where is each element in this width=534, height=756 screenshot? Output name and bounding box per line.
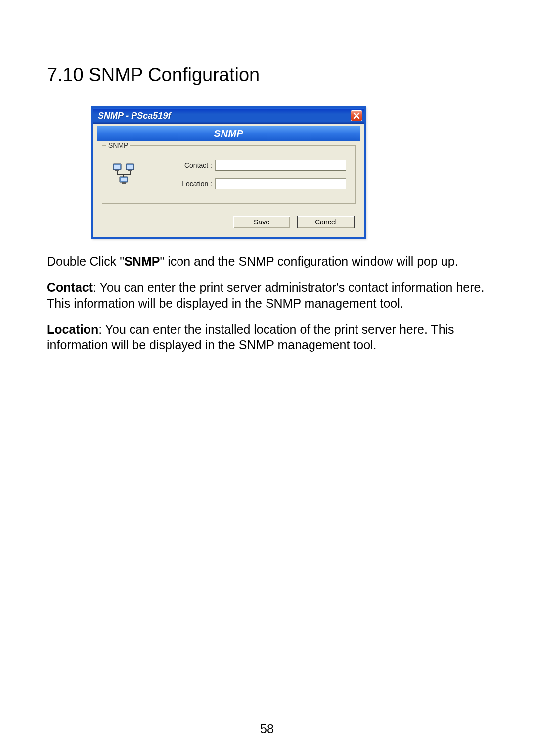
section-heading: 7.10 SNMP Configuration (47, 64, 487, 86)
snmp-groupbox: SNMP (102, 145, 356, 204)
svg-rect-4 (127, 165, 133, 169)
location-label: Location : (147, 180, 212, 188)
snmp-dialog: SNMP - PSca519f SNMP SNMP (91, 106, 366, 239)
svg-rect-2 (115, 170, 119, 171)
page-number: 58 (0, 722, 534, 736)
banner-label: SNMP (214, 128, 244, 139)
svg-rect-7 (121, 178, 127, 181)
p3-rest: : You can enter the installed location o… (47, 322, 454, 352)
svg-rect-8 (122, 182, 126, 184)
tab-banner: SNMP (97, 126, 360, 141)
p2-rest: : You can enter the print server adminis… (47, 280, 484, 310)
p3-bold: Location (47, 322, 98, 336)
contact-row: Contact : (147, 160, 346, 171)
p1-post: " icon and the SNMP configuration window… (160, 254, 458, 268)
location-row: Location : (147, 178, 346, 189)
paragraph-contact: Contact: You can enter the print server … (47, 280, 487, 311)
paragraph-location: Location: You can enter the installed lo… (47, 322, 487, 353)
close-icon (353, 112, 360, 119)
network-icon (111, 163, 136, 186)
contact-input[interactable] (215, 160, 346, 171)
window-title: SNMP - PSca519f (98, 111, 171, 121)
svg-rect-5 (128, 170, 132, 171)
location-input[interactable] (215, 178, 346, 189)
close-button[interactable] (351, 110, 362, 121)
paragraph-intro: Double Click "SNMP" icon and the SNMP co… (47, 254, 487, 269)
p1-bold: SNMP (124, 254, 160, 268)
button-row: Save Cancel (93, 211, 364, 237)
p2-bold: Contact (47, 280, 93, 294)
contact-label: Contact : (147, 161, 212, 169)
titlebar: SNMP - PSca519f (93, 108, 364, 124)
dialog-screenshot: SNMP - PSca519f SNMP SNMP (91, 106, 487, 239)
cancel-button[interactable]: Cancel (297, 216, 355, 228)
save-button[interactable]: Save (233, 216, 290, 228)
p1-pre: Double Click " (47, 254, 124, 268)
svg-rect-1 (114, 165, 120, 169)
group-legend: SNMP (106, 141, 130, 149)
